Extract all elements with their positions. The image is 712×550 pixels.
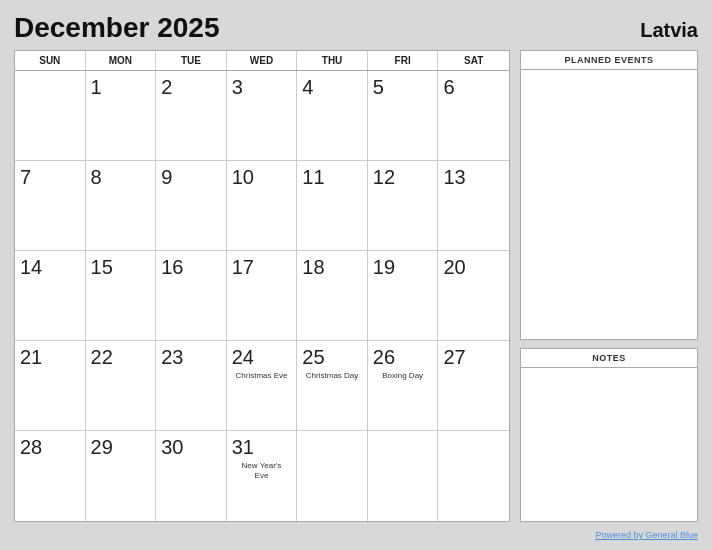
day-cell-14: 14	[15, 251, 86, 341]
day-cell-26: 26 Boxing Day	[368, 341, 439, 431]
day-header-sun: SUN	[15, 51, 86, 70]
day-cell-28: 28	[15, 431, 86, 521]
notes-title: NOTES	[521, 349, 697, 368]
day-cell-21: 21	[15, 341, 86, 431]
calendar-page: December 2025 Latvia SUN MON TUE WED THU…	[0, 0, 712, 550]
day-header-wed: WED	[227, 51, 298, 70]
day-header-tue: TUE	[156, 51, 227, 70]
main-area: SUN MON TUE WED THU FRI SAT 1 2 3 4 5 6 …	[14, 50, 698, 522]
header: December 2025 Latvia	[14, 12, 698, 44]
day-cell-17: 17	[227, 251, 298, 341]
day-cell-12: 12	[368, 161, 439, 251]
day-cell-23: 23	[156, 341, 227, 431]
country-title: Latvia	[640, 19, 698, 42]
day-cell-4: 4	[297, 71, 368, 161]
day-cell-30: 30	[156, 431, 227, 521]
calendar-grid-container: SUN MON TUE WED THU FRI SAT 1 2 3 4 5 6 …	[14, 50, 510, 522]
day-cell-24: 24 Christmas Eve	[227, 341, 298, 431]
day-cell-3: 3	[227, 71, 298, 161]
day-header-fri: FRI	[368, 51, 439, 70]
day-cell-10: 10	[227, 161, 298, 251]
notes-box: NOTES	[520, 348, 698, 523]
powered-by-text[interactable]: Powered by General Blue	[595, 530, 698, 540]
day-cell-15: 15	[86, 251, 157, 341]
day-cell-9: 9	[156, 161, 227, 251]
day-cell-31: 31 New Year'sEve	[227, 431, 298, 521]
planned-events-content	[521, 70, 697, 339]
day-headers-row: SUN MON TUE WED THU FRI SAT	[15, 51, 509, 71]
calendar-grid: 1 2 3 4 5 6 7 8 9 10 11 12 13 14 15 16 1…	[15, 71, 509, 521]
day-cell-25: 25 Christmas Day	[297, 341, 368, 431]
day-header-thu: THU	[297, 51, 368, 70]
day-cell-empty-1	[15, 71, 86, 161]
notes-content	[521, 368, 697, 522]
sidebar: PLANNED EVENTS NOTES	[520, 50, 698, 522]
month-title: December 2025	[14, 12, 219, 44]
planned-events-title: PLANNED EVENTS	[521, 51, 697, 70]
day-cell-20: 20	[438, 251, 509, 341]
planned-events-box: PLANNED EVENTS	[520, 50, 698, 340]
day-cell-6: 6	[438, 71, 509, 161]
day-cell-empty-3	[368, 431, 439, 521]
day-cell-22: 22	[86, 341, 157, 431]
day-cell-1: 1	[86, 71, 157, 161]
day-cell-19: 19	[368, 251, 439, 341]
day-cell-29: 29	[86, 431, 157, 521]
day-header-mon: MON	[86, 51, 157, 70]
day-cell-5: 5	[368, 71, 439, 161]
day-cell-27: 27	[438, 341, 509, 431]
day-cell-empty-2	[297, 431, 368, 521]
day-cell-16: 16	[156, 251, 227, 341]
day-cell-2: 2	[156, 71, 227, 161]
powered-by-link[interactable]: Powered by General Blue	[595, 530, 698, 540]
day-cell-18: 18	[297, 251, 368, 341]
day-cell-8: 8	[86, 161, 157, 251]
day-cell-7: 7	[15, 161, 86, 251]
day-cell-11: 11	[297, 161, 368, 251]
footer: Powered by General Blue	[14, 526, 698, 540]
day-cell-13: 13	[438, 161, 509, 251]
day-cell-empty-4	[438, 431, 509, 521]
day-header-sat: SAT	[438, 51, 509, 70]
